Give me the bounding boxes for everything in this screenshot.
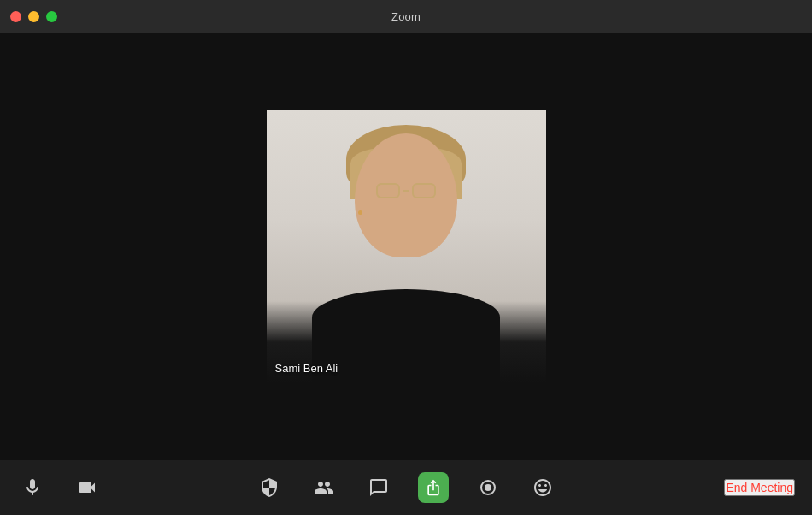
record-icon [478, 477, 498, 498]
share-screen-button[interactable] [418, 472, 449, 503]
title-bar: Zoom [0, 0, 812, 33]
record-button[interactable] [473, 472, 503, 503]
window-title: Zoom [391, 10, 421, 23]
mic-icon [22, 477, 43, 498]
chat-button[interactable] [363, 472, 394, 503]
end-meeting-button[interactable]: End Meeting [724, 479, 795, 496]
video-placeholder: Sami Ben Ali [267, 110, 546, 383]
toolbar-left [17, 472, 103, 503]
mute-button[interactable] [17, 472, 48, 503]
close-button[interactable] [10, 11, 21, 22]
camera-icon [77, 477, 97, 498]
share-screen-icon [418, 472, 449, 503]
security-button[interactable] [254, 472, 285, 503]
minimize-button[interactable] [28, 11, 39, 22]
toolbar-right: End Meeting [724, 479, 795, 496]
reactions-button[interactable] [527, 472, 558, 503]
video-tile: Sami Ben Ali [267, 110, 546, 383]
toolbar: End Meeting [0, 460, 812, 515]
svg-point-1 [485, 484, 491, 491]
video-button[interactable] [72, 472, 103, 503]
participant-name: Sami Ben Ali [275, 362, 338, 375]
reactions-icon [533, 477, 553, 498]
chat-icon [368, 477, 389, 498]
share-icon [425, 479, 442, 496]
body-layer [312, 289, 500, 383]
maximize-button[interactable] [46, 11, 57, 22]
toolbar-center [254, 472, 558, 503]
main-content: Sami Ben Ali [0, 33, 812, 460]
shield-icon [259, 477, 279, 498]
participants-icon [314, 477, 334, 498]
window-controls[interactable] [10, 11, 57, 22]
participants-button[interactable] [309, 472, 339, 503]
